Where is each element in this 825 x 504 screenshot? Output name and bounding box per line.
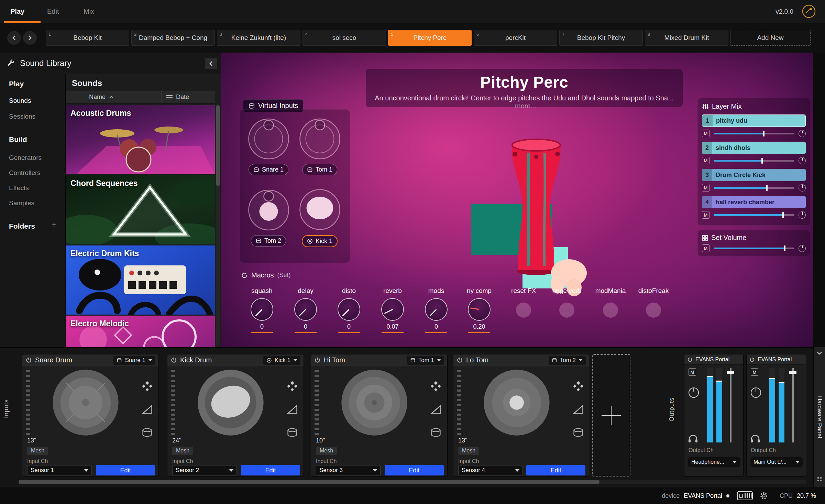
macro-trigger-button[interactable] [516, 303, 531, 318]
tab-play[interactable]: Play [10, 0, 24, 23]
volume-icon[interactable] [141, 403, 153, 415]
collapse-library-button[interactable] [205, 58, 217, 69]
sound-card-electric-drum-kits[interactable]: Electric Drum Kits [66, 245, 215, 315]
layer-name-bar[interactable]: 2 sindh dhols [702, 142, 806, 154]
power-icon[interactable] [687, 357, 693, 362]
scrollbar-thumb[interactable] [19, 480, 600, 484]
volume-icon[interactable] [286, 403, 298, 415]
layer-volume-slider[interactable] [714, 214, 794, 216]
drum-trigger-icon[interactable] [141, 427, 153, 438]
macro-knob[interactable] [251, 298, 273, 321]
pan-knob-icon[interactable] [799, 184, 806, 191]
virtual-pad-kick-1[interactable] [298, 187, 342, 232]
rack-horizontal-scrollbar[interactable] [19, 480, 806, 484]
tab-mix[interactable]: Mix [84, 0, 94, 23]
gear-icon[interactable] [759, 491, 769, 501]
input-source-dropdown[interactable]: Tom 2 [549, 356, 586, 365]
sidebar-item-controllers[interactable]: Controllers [9, 169, 41, 177]
edit-button[interactable]: Edit [241, 465, 300, 475]
sound-card-acoustic-drums[interactable]: Acoustic Drums [66, 105, 215, 174]
preset-next-button[interactable] [23, 31, 37, 45]
power-icon[interactable] [749, 357, 755, 362]
macro-trigger-button[interactable] [559, 303, 574, 318]
macro-knob[interactable] [294, 298, 317, 321]
layer-volume-slider[interactable] [714, 133, 794, 134]
sensor-select[interactable]: Sensor 2 [172, 465, 237, 475]
layers-icon[interactable] [572, 380, 584, 392]
virtual-pad-tom-1[interactable] [298, 116, 342, 161]
layer-volume-slider[interactable] [714, 160, 794, 162]
scrollbar-thumb[interactable] [216, 105, 220, 186]
virtual-pad-tom-2[interactable] [246, 187, 291, 232]
pan-knob-icon[interactable] [799, 211, 806, 219]
input-source-dropdown[interactable]: Snare 1 [113, 356, 155, 365]
preset-prev-button[interactable] [7, 31, 21, 45]
layer-name-bar[interactable]: 3 Drum Circle Kick [702, 169, 806, 181]
tom-pad-graphic[interactable] [340, 368, 409, 437]
add-folder-button[interactable]: + [52, 220, 56, 230]
knob-icon[interactable] [750, 387, 762, 398]
sort-by-name[interactable]: Name [66, 91, 162, 103]
sensor-select[interactable]: Sensor 1 [27, 465, 92, 475]
mute-button[interactable]: M [702, 244, 710, 252]
layers-icon[interactable] [286, 380, 298, 392]
kick-pad-graphic[interactable] [196, 368, 265, 437]
input-source-dropdown[interactable]: Tom 1 [407, 356, 444, 365]
drum-trigger-icon[interactable] [286, 427, 298, 438]
sidebar-item-generators[interactable]: Generators [9, 154, 42, 162]
preset-slot-8[interactable]: 8Mixed Drum Kit [645, 30, 728, 46]
layer-name-bar[interactable]: 1 pitchy udu [702, 114, 806, 127]
macro-trigger-button[interactable] [646, 303, 661, 318]
input-source-dropdown[interactable]: Kick 1 [263, 356, 300, 365]
knob-icon[interactable] [688, 387, 700, 398]
macro-knob[interactable] [468, 298, 491, 321]
preset-slot-6[interactable]: 6percKit [474, 30, 557, 46]
pan-knob-icon[interactable] [799, 130, 806, 137]
connection-toggle-icon[interactable] [802, 4, 816, 19]
preset-slot-1[interactable]: 1Bebop Kit [46, 30, 129, 46]
preset-slot-3[interactable]: 3Keine Zukunft (lite) [217, 30, 300, 46]
sidebar-item-effects[interactable]: Effects [9, 184, 29, 192]
macro-knob[interactable] [338, 298, 360, 321]
fader-handle[interactable] [789, 371, 796, 374]
sort-by-date[interactable]: Date [162, 94, 189, 101]
volume-icon[interactable] [430, 403, 442, 415]
drum-trigger-icon[interactable] [572, 427, 584, 438]
output-fader[interactable] [792, 368, 794, 442]
output-fader[interactable] [730, 368, 732, 442]
add-new-preset-button[interactable]: Add New [730, 30, 811, 46]
pan-knob-icon[interactable] [799, 245, 806, 252]
virtual-pad-snare-1[interactable] [246, 116, 291, 161]
macro-trigger-button[interactable] [603, 303, 618, 318]
layer-name-bar[interactable]: 4 hall reverb chamber [702, 196, 806, 208]
fader-handle[interactable] [727, 371, 734, 374]
more-link[interactable]: more... [515, 102, 536, 110]
power-icon[interactable] [456, 357, 463, 363]
virtual-pad-label-kick-1-selected[interactable]: Kick 1 [302, 235, 338, 247]
power-icon[interactable] [25, 357, 32, 363]
sidebar-item-sounds[interactable]: Sounds [9, 97, 31, 105]
layers-icon[interactable] [141, 380, 153, 392]
virtual-pad-label-snare-1[interactable]: Snare 1 [249, 164, 288, 175]
mute-button[interactable]: M [702, 157, 710, 164]
preset-slot-4[interactable]: 4sol seco [302, 30, 386, 46]
macro-knob[interactable] [425, 298, 448, 321]
tab-edit[interactable]: Edit [47, 0, 59, 23]
power-icon[interactable] [170, 357, 177, 363]
mute-button[interactable]: M [702, 130, 710, 137]
chevron-down-icon[interactable] [817, 351, 822, 355]
output-channel-select[interactable]: Main Out L/... [750, 457, 803, 467]
preset-slot-5-active[interactable]: 5Pitchy Perc [388, 30, 472, 46]
virtual-pad-label-tom-1[interactable]: Tom 1 [302, 164, 337, 175]
volume-icon[interactable] [572, 403, 584, 415]
snare-pad-graphic[interactable] [51, 368, 120, 437]
mute-button[interactable]: M [702, 211, 710, 219]
sidebar-item-samples[interactable]: Samples [9, 199, 34, 207]
mute-button[interactable]: M [751, 368, 758, 376]
macro-knob[interactable] [381, 298, 404, 321]
pan-knob-icon[interactable] [799, 157, 806, 164]
power-icon[interactable] [314, 357, 321, 363]
mute-button[interactable]: M [702, 184, 710, 191]
edit-button[interactable]: Edit [385, 465, 444, 475]
sensor-select[interactable]: Sensor 4 [458, 465, 523, 475]
